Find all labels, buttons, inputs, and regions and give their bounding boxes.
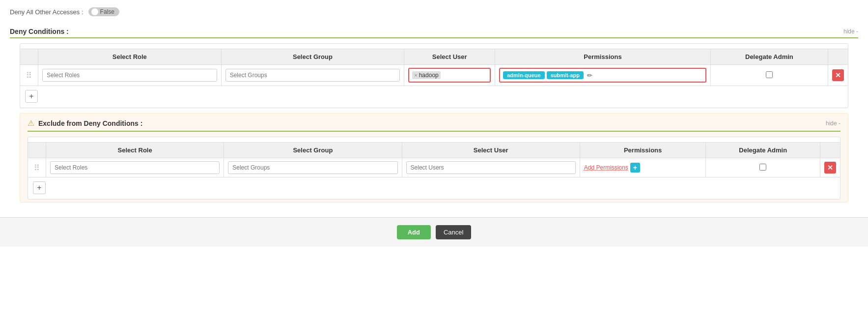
exc-action-col-header: [820, 143, 840, 158]
toggle-value: False: [100, 8, 114, 15]
exc-drag-col-header: [28, 143, 46, 158]
exc-add-permissions-button[interactable]: +: [630, 163, 640, 173]
table-row: ⠿: [28, 158, 840, 177]
exclude-conditions-hide-link[interactable]: hide -: [826, 120, 840, 127]
deny-user-col-header: Select User: [404, 49, 495, 65]
exc-group-col-header: Select Group: [224, 143, 402, 158]
exc-group-input[interactable]: [228, 161, 397, 174]
exc-role-col-header: Select Role: [46, 143, 224, 158]
deny-delete-cell: ✕: [828, 65, 848, 86]
deny-all-label: Deny All Other Accesses :: [10, 8, 84, 16]
warning-icon: ⚠: [28, 118, 34, 128]
exc-delete-button[interactable]: ✕: [824, 162, 836, 174]
deny-action-col-header: [828, 49, 848, 65]
hadoop-tag-label: hadoop: [419, 72, 439, 79]
deny-conditions-hide-link[interactable]: hide -: [843, 28, 858, 35]
exc-user-col-header: Select User: [402, 143, 580, 158]
deny-group-cell: [221, 65, 404, 86]
cancel-button[interactable]: Cancel: [436, 225, 471, 239]
deny-permissions-tags[interactable]: admin-queue submit-app ✏: [499, 68, 706, 83]
exclude-conditions-title: Exclude from Deny Conditions :: [38, 119, 142, 127]
exclude-conditions-wrapper: Select Role Select Group Select User Per…: [28, 137, 840, 200]
hadoop-tag-remove[interactable]: ×: [414, 72, 417, 78]
add-button[interactable]: Add: [397, 225, 431, 239]
deny-permissions-col-header: Permissions: [495, 49, 711, 65]
exc-delegate-checkbox[interactable]: [759, 164, 766, 171]
hadoop-tag: × hadoop: [412, 71, 440, 79]
exc-user-input[interactable]: [406, 161, 576, 174]
drag-handle-icon[interactable]: ⠿: [24, 71, 34, 80]
exc-permissions-cell: Add Permissions +: [580, 158, 706, 177]
exc-drag-handle-icon[interactable]: ⠿: [32, 164, 42, 172]
deny-all-toggle[interactable]: False: [88, 7, 119, 16]
deny-conditions-title: Deny Conditions :: [10, 28, 69, 35]
submit-app-tag: submit-app: [547, 71, 584, 79]
deny-delegate-checkbox[interactable]: [766, 71, 773, 78]
deny-conditions-wrapper: Select Role Select Group Select User Per…: [20, 43, 848, 108]
drag-col-header: [20, 49, 38, 65]
deny-role-input[interactable]: [42, 69, 217, 82]
deny-permissions-cell: admin-queue submit-app ✏: [495, 65, 711, 86]
exc-drag-handle-cell: ⠿: [28, 158, 46, 177]
deny-role-col-header: Select Role: [38, 49, 222, 65]
deny-group-input[interactable]: [225, 69, 400, 82]
exc-add-permissions-wrapper: Add Permissions +: [584, 163, 702, 173]
permissions-edit-button[interactable]: ✏: [586, 71, 594, 80]
exc-delete-cell: ✕: [820, 158, 840, 177]
exc-delegate-col-header: Delegate Admin: [706, 143, 820, 158]
toggle-circle-icon: [91, 8, 98, 15]
exclude-conditions-header: ⚠ Exclude from Deny Conditions : hide -: [28, 118, 840, 132]
footer: Add Cancel: [0, 217, 868, 247]
exc-add-row-button[interactable]: +: [33, 181, 46, 194]
exc-group-cell: [224, 158, 402, 177]
exc-permissions-col-header: Permissions: [580, 143, 706, 158]
deny-delegate-cell: [710, 65, 828, 86]
table-row: ⠿ × hadoop: [20, 65, 848, 86]
deny-group-col-header: Select Group: [221, 49, 404, 65]
drag-handle-cell: ⠿: [20, 65, 38, 86]
deny-conditions-table: Select Role Select Group Select User Per…: [20, 49, 848, 86]
exc-add-permissions-link[interactable]: Add Permissions: [584, 164, 628, 171]
exclude-conditions-table: Select Role Select Group Select User Per…: [28, 142, 840, 177]
exclude-conditions-section: ⚠ Exclude from Deny Conditions : hide - …: [20, 113, 848, 203]
deny-delete-button[interactable]: ✕: [832, 69, 844, 81]
exclude-title-group: ⚠ Exclude from Deny Conditions :: [28, 118, 142, 128]
deny-delegate-col-header: Delegate Admin: [710, 49, 828, 65]
deny-user-tag-input[interactable]: × hadoop: [408, 68, 491, 83]
deny-add-row-button[interactable]: +: [25, 90, 38, 103]
deny-role-cell: [38, 65, 222, 86]
exc-role-input[interactable]: [50, 161, 220, 174]
exc-delegate-cell: [706, 158, 820, 177]
deny-conditions-header: Deny Conditions : hide -: [10, 24, 858, 38]
admin-queue-tag: admin-queue: [503, 71, 544, 79]
exc-user-cell: [402, 158, 580, 177]
deny-user-cell: × hadoop: [404, 65, 495, 86]
exc-role-cell: [46, 158, 224, 177]
